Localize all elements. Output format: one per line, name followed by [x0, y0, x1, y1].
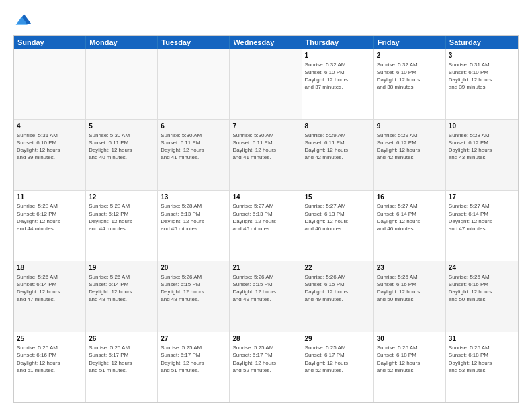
calendar-row-0: 1Sunrise: 5:32 AM Sunset: 6:10 PM Daylig…: [14, 49, 518, 120]
calendar-day-15: 15Sunrise: 5:27 AM Sunset: 6:13 PM Dayli…: [302, 191, 374, 261]
day-detail: Sunrise: 5:28 AM Sunset: 6:12 PM Dayligh…: [17, 202, 83, 232]
day-number: 22: [305, 263, 371, 273]
calendar-day-6: 6Sunrise: 5:30 AM Sunset: 6:11 PM Daylig…: [158, 120, 230, 189]
day-number: 20: [161, 263, 226, 273]
day-number: 8: [305, 122, 371, 131]
day-detail: Sunrise: 5:25 AM Sunset: 6:18 PM Dayligh…: [377, 344, 443, 374]
day-detail: Sunrise: 5:26 AM Sunset: 6:15 PM Dayligh…: [232, 273, 298, 304]
calendar-day-2: 2Sunrise: 5:32 AM Sunset: 6:10 PM Daylig…: [374, 49, 446, 119]
calendar-day-20: 20Sunrise: 5:26 AM Sunset: 6:15 PM Dayli…: [158, 261, 230, 331]
day-detail: Sunrise: 5:30 AM Sunset: 6:11 PM Dayligh…: [89, 132, 154, 162]
calendar-day-24: 24Sunrise: 5:25 AM Sunset: 6:16 PM Dayli…: [446, 261, 518, 331]
day-number: 24: [449, 263, 515, 273]
day-detail: Sunrise: 5:26 AM Sunset: 6:15 PM Dayligh…: [161, 273, 226, 304]
calendar-row-4: 25Sunrise: 5:25 AM Sunset: 6:16 PM Dayli…: [14, 332, 518, 402]
day-detail: Sunrise: 5:25 AM Sunset: 6:17 PM Dayligh…: [305, 344, 371, 374]
day-number: 5: [89, 122, 154, 131]
calendar-day-10: 10Sunrise: 5:28 AM Sunset: 6:12 PM Dayli…: [446, 120, 518, 189]
day-number: 9: [377, 122, 443, 131]
day-number: 29: [305, 334, 371, 344]
day-detail: Sunrise: 5:25 AM Sunset: 6:16 PM Dayligh…: [17, 344, 83, 374]
day-number: 19: [89, 263, 154, 273]
day-detail: Sunrise: 5:29 AM Sunset: 6:11 PM Dayligh…: [305, 132, 371, 162]
day-number: 26: [89, 334, 154, 344]
day-number: 7: [232, 122, 298, 131]
calendar-day-7: 7Sunrise: 5:30 AM Sunset: 6:11 PM Daylig…: [230, 120, 302, 189]
day-number: 3: [449, 51, 515, 60]
calendar: SundayMondayTuesdayWednesdayThursdayFrid…: [13, 35, 519, 403]
day-number: 17: [449, 193, 515, 202]
day-detail: Sunrise: 5:27 AM Sunset: 6:13 PM Dayligh…: [305, 202, 371, 232]
calendar-day-13: 13Sunrise: 5:28 AM Sunset: 6:13 PM Dayli…: [158, 191, 230, 261]
day-number: 21: [232, 263, 298, 273]
calendar-day-4: 4Sunrise: 5:31 AM Sunset: 6:10 PM Daylig…: [14, 120, 86, 189]
day-detail: Sunrise: 5:32 AM Sunset: 6:10 PM Dayligh…: [305, 61, 371, 91]
day-number: 6: [161, 122, 226, 131]
logo-icon: [13, 11, 32, 30]
calendar-day-14: 14Sunrise: 5:27 AM Sunset: 6:13 PM Dayli…: [230, 191, 302, 261]
day-detail: Sunrise: 5:27 AM Sunset: 6:13 PM Dayligh…: [232, 202, 298, 232]
day-number: 12: [89, 193, 154, 202]
calendar-day-12: 12Sunrise: 5:28 AM Sunset: 6:12 PM Dayli…: [86, 191, 158, 261]
header-day-tuesday: Tuesday: [158, 36, 230, 49]
calendar-body: 1Sunrise: 5:32 AM Sunset: 6:10 PM Daylig…: [14, 49, 518, 402]
day-number: 14: [232, 193, 298, 202]
day-detail: Sunrise: 5:30 AM Sunset: 6:11 PM Dayligh…: [161, 132, 226, 162]
day-detail: Sunrise: 5:26 AM Sunset: 6:14 PM Dayligh…: [17, 273, 83, 304]
day-number: 10: [449, 122, 515, 131]
day-detail: Sunrise: 5:27 AM Sunset: 6:14 PM Dayligh…: [377, 202, 443, 232]
day-detail: Sunrise: 5:25 AM Sunset: 6:16 PM Dayligh…: [377, 273, 443, 304]
day-detail: Sunrise: 5:29 AM Sunset: 6:12 PM Dayligh…: [377, 132, 443, 162]
calendar-day-22: 22Sunrise: 5:26 AM Sunset: 6:15 PM Dayli…: [302, 261, 374, 331]
calendar-day-9: 9Sunrise: 5:29 AM Sunset: 6:12 PM Daylig…: [374, 120, 446, 189]
day-number: 30: [377, 334, 443, 344]
logo: [13, 11, 35, 30]
day-detail: Sunrise: 5:25 AM Sunset: 6:17 PM Dayligh…: [161, 344, 226, 374]
day-number: 27: [161, 334, 226, 344]
day-detail: Sunrise: 5:26 AM Sunset: 6:14 PM Dayligh…: [89, 273, 154, 304]
header-day-thursday: Thursday: [302, 36, 374, 49]
day-detail: Sunrise: 5:31 AM Sunset: 6:10 PM Dayligh…: [17, 132, 83, 162]
day-number: 2: [377, 51, 443, 60]
page: SundayMondayTuesdayWednesdayThursdayFrid…: [0, 0, 532, 411]
calendar-empty-cell: [230, 49, 302, 119]
calendar-row-1: 4Sunrise: 5:31 AM Sunset: 6:10 PM Daylig…: [14, 120, 518, 190]
calendar-day-5: 5Sunrise: 5:30 AM Sunset: 6:11 PM Daylig…: [86, 120, 158, 189]
day-detail: Sunrise: 5:25 AM Sunset: 6:17 PM Dayligh…: [89, 344, 154, 374]
calendar-header: SundayMondayTuesdayWednesdayThursdayFrid…: [14, 36, 518, 49]
day-number: 15: [305, 193, 371, 202]
calendar-day-17: 17Sunrise: 5:27 AM Sunset: 6:14 PM Dayli…: [446, 191, 518, 261]
day-number: 31: [449, 334, 515, 344]
day-number: 18: [17, 263, 83, 273]
day-number: 28: [232, 334, 298, 344]
header-day-saturday: Saturday: [446, 36, 518, 49]
day-number: 25: [17, 334, 83, 344]
day-number: 23: [377, 263, 443, 273]
calendar-day-28: 28Sunrise: 5:25 AM Sunset: 6:17 PM Dayli…: [230, 332, 302, 402]
day-detail: Sunrise: 5:28 AM Sunset: 6:12 PM Dayligh…: [89, 202, 154, 232]
day-number: 16: [377, 193, 443, 202]
day-detail: Sunrise: 5:28 AM Sunset: 6:13 PM Dayligh…: [161, 202, 226, 232]
calendar-day-16: 16Sunrise: 5:27 AM Sunset: 6:14 PM Dayli…: [374, 191, 446, 261]
day-number: 13: [161, 193, 226, 202]
header: [13, 11, 519, 30]
day-detail: Sunrise: 5:30 AM Sunset: 6:11 PM Dayligh…: [232, 132, 298, 162]
day-number: 4: [17, 122, 83, 131]
day-number: 11: [17, 193, 83, 202]
day-detail: Sunrise: 5:25 AM Sunset: 6:16 PM Dayligh…: [449, 273, 515, 304]
calendar-day-18: 18Sunrise: 5:26 AM Sunset: 6:14 PM Dayli…: [14, 261, 86, 331]
calendar-day-30: 30Sunrise: 5:25 AM Sunset: 6:18 PM Dayli…: [374, 332, 446, 402]
day-detail: Sunrise: 5:27 AM Sunset: 6:14 PM Dayligh…: [449, 202, 515, 232]
calendar-day-8: 8Sunrise: 5:29 AM Sunset: 6:11 PM Daylig…: [302, 120, 374, 189]
day-detail: Sunrise: 5:32 AM Sunset: 6:10 PM Dayligh…: [377, 61, 443, 91]
calendar-day-19: 19Sunrise: 5:26 AM Sunset: 6:14 PM Dayli…: [86, 261, 158, 331]
calendar-empty-cell: [86, 49, 158, 119]
calendar-empty-cell: [158, 49, 230, 119]
calendar-day-1: 1Sunrise: 5:32 AM Sunset: 6:10 PM Daylig…: [302, 49, 374, 119]
calendar-day-21: 21Sunrise: 5:26 AM Sunset: 6:15 PM Dayli…: [230, 261, 302, 331]
calendar-day-23: 23Sunrise: 5:25 AM Sunset: 6:16 PM Dayli…: [374, 261, 446, 331]
calendar-day-11: 11Sunrise: 5:28 AM Sunset: 6:12 PM Dayli…: [14, 191, 86, 261]
calendar-row-2: 11Sunrise: 5:28 AM Sunset: 6:12 PM Dayli…: [14, 191, 518, 261]
calendar-row-3: 18Sunrise: 5:26 AM Sunset: 6:14 PM Dayli…: [14, 261, 518, 332]
header-day-wednesday: Wednesday: [230, 36, 302, 49]
